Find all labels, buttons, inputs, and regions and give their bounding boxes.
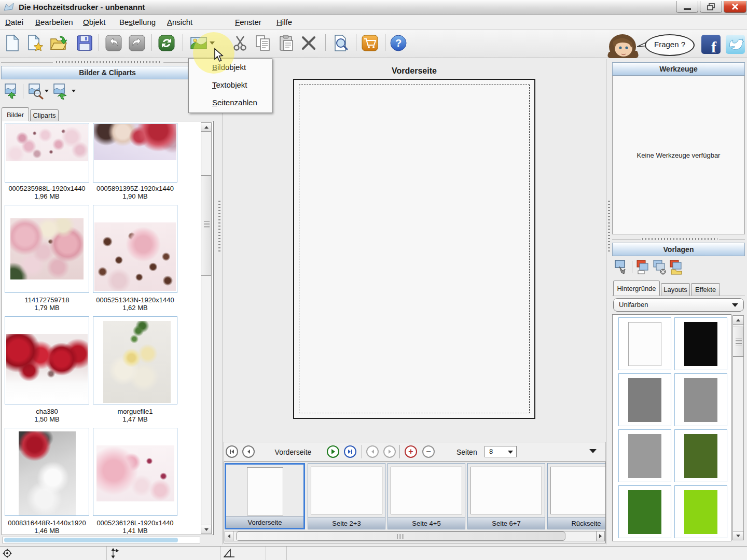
panel-dropdown-arrow[interactable] — [589, 449, 597, 453]
import-image-icon[interactable] — [4, 83, 21, 100]
zoom-preview-icon[interactable] — [332, 34, 350, 52]
page-canvas[interactable] — [293, 79, 535, 419]
save-icon[interactable] — [76, 34, 93, 52]
splitter-handle-horizontal[interactable] — [642, 238, 717, 240]
new-from-template-icon[interactable] — [26, 34, 44, 52]
refresh-icon[interactable] — [158, 34, 175, 52]
tab-bilder[interactable]: Bilder — [2, 107, 29, 121]
templates-panel-header: Vorlagen — [612, 243, 745, 256]
swatch-hellgruen[interactable] — [674, 485, 727, 538]
undo-icon[interactable] — [105, 34, 122, 52]
application-window: { "window": {"title": "Die Hochzeitsdruc… — [0, 0, 747, 560]
preview-dropdown-arrow[interactable] — [45, 90, 49, 92]
swatch-grau-dunkel[interactable] — [618, 373, 671, 426]
help-bubble[interactable]: Fragen ? — [645, 34, 695, 56]
page-forward-button[interactable] — [383, 445, 396, 458]
image-thumbnail[interactable] — [93, 123, 177, 183]
splitter-handle-left[interactable] — [218, 201, 220, 253]
scroll-left-button[interactable] — [225, 531, 233, 541]
menu-item-textobjekt[interactable]: Textobjekt — [212, 80, 247, 89]
page-thumb-seite-6-7[interactable]: Seite 6+7 — [467, 463, 545, 529]
seiten-count-select[interactable]: 8 — [485, 446, 517, 457]
image-thumbnail[interactable] — [5, 316, 89, 404]
page-margin-guide — [299, 85, 530, 413]
menu-fenster[interactable]: Fenster — [235, 18, 261, 26]
add-page-button[interactable]: + — [405, 445, 417, 458]
previous-page-button[interactable] — [242, 445, 255, 458]
play-button[interactable] — [327, 445, 339, 458]
image-thumbnail[interactable] — [93, 205, 177, 293]
scrollbar-thumb[interactable] — [732, 327, 744, 357]
image-thumbnail[interactable] — [5, 123, 89, 183]
last-page-button[interactable] — [344, 445, 356, 458]
scroll-down-button[interactable] — [732, 531, 744, 540]
add-image-icon[interactable] — [53, 83, 70, 100]
new-document-icon[interactable] — [3, 34, 21, 52]
remove-template-icon[interactable] — [653, 259, 667, 275]
image-thumbnail[interactable] — [5, 205, 89, 293]
tools-panel-header: Werkzeuge — [612, 62, 745, 76]
scroll-up-button[interactable] — [201, 122, 212, 132]
image-thumbnail[interactable] — [93, 428, 177, 516]
copy-icon[interactable] — [254, 34, 272, 52]
tab-effekte[interactable]: Effekte — [691, 283, 720, 296]
menu-item-seitenzahlen[interactable]: Seitenzahlen — [212, 98, 257, 107]
preview-image-icon[interactable] — [28, 83, 45, 100]
background-category-select[interactable]: Unifarben — [613, 298, 744, 312]
splitter-handle-horizontal[interactable] — [56, 61, 160, 63]
page-back-button[interactable] — [366, 445, 379, 458]
template-folder-icon[interactable] — [669, 259, 684, 275]
menu-bearbeiten[interactable]: Bearbeiten — [35, 18, 73, 26]
thumb-page — [391, 467, 462, 514]
open-folder-icon[interactable] — [50, 34, 67, 52]
remove-page-button[interactable]: − — [422, 445, 435, 458]
help-icon[interactable]: ? — [390, 34, 407, 52]
maximize-button[interactable] — [700, 1, 722, 13]
swatch-grau[interactable] — [674, 373, 727, 426]
minimize-icon — [684, 8, 691, 10]
add-template-icon[interactable] — [636, 259, 651, 275]
apply-template-icon[interactable] — [614, 259, 629, 275]
swatch-schwarz[interactable] — [674, 317, 727, 370]
image-thumbnail[interactable] — [5, 428, 89, 516]
thumb-page — [471, 467, 542, 514]
hscrollbar-thumb[interactable] — [236, 531, 565, 541]
photo-white-flowers — [103, 321, 171, 403]
splitter-handle-right[interactable] — [608, 201, 610, 253]
menu-bestellung[interactable]: Bestellung — [119, 18, 156, 26]
add-image-dropdown-arrow[interactable] — [72, 90, 76, 92]
menu-objekt[interactable]: Objekt — [83, 18, 105, 26]
swatch-olivgruen[interactable] — [674, 429, 727, 482]
page-thumb-seite-4-5[interactable]: Seite 4+5 — [388, 463, 465, 529]
image-thumbnail[interactable] — [93, 316, 177, 404]
swatch-weiss[interactable] — [618, 317, 671, 370]
scroll-right-button[interactable] — [596, 531, 605, 541]
menu-datei[interactable]: Datei — [5, 18, 23, 26]
left-panel-hscrollbar[interactable] — [2, 537, 200, 543]
scrollbar-thumb[interactable] — [201, 175, 212, 276]
page-thumb-vorderseite[interactable]: Vorderseite — [225, 463, 305, 529]
close-button[interactable] — [724, 1, 746, 13]
hscrollbar-thumb[interactable] — [4, 538, 178, 542]
shopping-cart-icon[interactable] — [361, 34, 379, 52]
menu-hilfe[interactable]: Hilfe — [276, 18, 292, 26]
page-thumb-label: Vorderseite — [226, 516, 303, 528]
facebook-icon[interactable]: f — [701, 35, 721, 54]
redo-icon[interactable] — [128, 34, 146, 52]
thumb-page — [311, 467, 382, 514]
tab-hintergruende[interactable]: Hintergründe — [613, 281, 660, 296]
tab-cliparts[interactable]: Cliparts — [30, 109, 59, 121]
page-thumb-rueckseite[interactable]: Rückseite — [547, 463, 606, 529]
swatch-grau-hell[interactable] — [618, 429, 671, 482]
first-page-button[interactable] — [226, 445, 238, 458]
menu-ansicht[interactable]: Ansicht — [167, 18, 192, 26]
delete-icon[interactable] — [300, 34, 317, 52]
twitter-icon[interactable] — [726, 35, 745, 54]
tab-layouts[interactable]: Layouts — [661, 283, 690, 296]
scroll-up-button[interactable] — [732, 315, 744, 325]
page-thumb-seite-2-3[interactable]: Seite 2+3 — [308, 463, 385, 529]
paste-icon[interactable] — [278, 34, 295, 52]
scroll-down-button[interactable] — [201, 525, 212, 534]
minimize-button[interactable] — [676, 1, 698, 13]
swatch-gruen[interactable] — [618, 485, 671, 538]
